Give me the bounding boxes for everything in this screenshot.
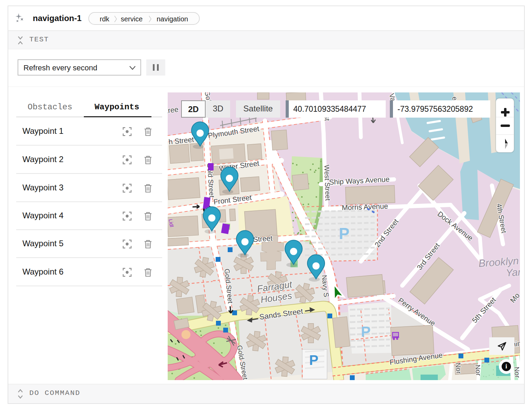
svg-text:Nor: Nor bbox=[513, 366, 520, 378]
svg-text:West Street: West Street bbox=[323, 165, 332, 201]
svg-text:P: P bbox=[339, 225, 349, 242]
svg-text:tree: tree bbox=[168, 105, 179, 115]
svg-text:Morris Avenue: Morris Avenue bbox=[342, 202, 388, 212]
svg-text:P: P bbox=[309, 353, 318, 368]
svg-text:Nor: Nor bbox=[454, 362, 463, 374]
svg-text:Nor: Nor bbox=[474, 364, 483, 376]
svg-text:Yar: Yar bbox=[505, 266, 520, 278]
svg-text:P: P bbox=[361, 324, 371, 340]
